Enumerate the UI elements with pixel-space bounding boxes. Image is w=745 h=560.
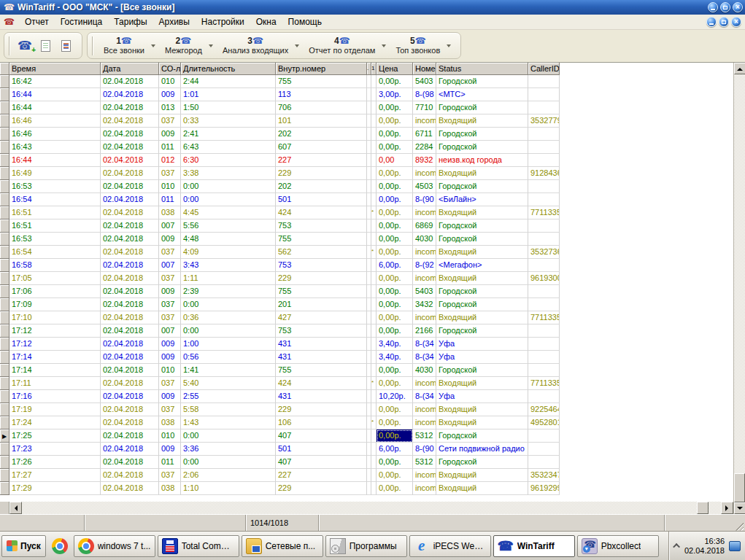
row-selector[interactable] (0, 338, 9, 351)
cell-internal-number[interactable]: 755 (276, 285, 367, 298)
row-selector[interactable] (0, 154, 9, 167)
table-row[interactable]: 16:51 02.04.2018 038 4:45 424 * 0,00р. i… (0, 206, 733, 219)
cell-callerid[interactable] (528, 259, 560, 272)
cell-internal-number[interactable]: 101 (276, 114, 367, 128)
table-row[interactable]: 16:44 02.04.2018 013 1:50 706 0,00р. 771… (0, 101, 733, 114)
dropdown-arrow-button[interactable] (293, 42, 301, 50)
row-selector[interactable] (0, 233, 9, 246)
row-selector[interactable] (0, 443, 9, 456)
cell-internal-number[interactable]: 407 (276, 456, 367, 469)
cell-price[interactable]: 0,00р. (377, 272, 413, 285)
cell-co-line[interactable]: 037 (159, 272, 181, 285)
cell-status[interactable]: Городской (436, 101, 528, 114)
cell-duration[interactable]: 5:58 (181, 403, 276, 416)
cell-internal-number[interactable]: 755 (276, 364, 367, 377)
header-price[interactable]: Цена (377, 63, 413, 75)
cell-co-line[interactable]: 012 (159, 154, 181, 167)
cell-status[interactable]: Входящий (436, 482, 528, 495)
cell-status[interactable]: Уфа (436, 338, 528, 351)
cell-co-line[interactable]: 009 (159, 88, 181, 101)
cell-internal-number[interactable]: 753 (276, 219, 367, 233)
cell-duration[interactable]: 0:56 (181, 351, 276, 364)
cell-price[interactable]: 0,00р. (377, 456, 413, 469)
cell-duration[interactable]: 0:00 (181, 429, 276, 443)
cell-price[interactable]: 6,00р. (377, 259, 413, 272)
cell-duration[interactable]: 0:00 (181, 298, 276, 311)
cell-status[interactable]: Сети подвижной радио (436, 443, 528, 456)
cell-co-line[interactable]: 007 (159, 324, 181, 338)
cell-internal-number[interactable]: 755 (276, 75, 367, 88)
cell-date[interactable]: 02.04.2018 (101, 456, 159, 469)
cell-date[interactable]: 02.04.2018 (101, 403, 159, 416)
cell-status[interactable]: Входящий (436, 246, 528, 259)
row-selector[interactable] (0, 351, 9, 364)
table-row[interactable]: 17:14 02.04.2018 010 1:41 755 0,00р. 403… (0, 364, 733, 377)
row-selector[interactable] (0, 101, 9, 114)
cell-duration[interactable]: 0:00 (181, 193, 276, 206)
row-selector[interactable] (0, 482, 9, 495)
cell-status[interactable]: Городской (436, 219, 528, 233)
row-selector[interactable] (0, 416, 9, 429)
cell-internal-number[interactable]: 755 (276, 233, 367, 246)
cell-duration[interactable]: 5:40 (181, 377, 276, 390)
cell-number[interactable]: 2284 (413, 141, 436, 154)
row-selector[interactable] (0, 141, 9, 154)
cell-callerid[interactable]: 4952801 (528, 416, 560, 429)
cell-number[interactable]: incom (413, 272, 436, 285)
cell-number[interactable]: 4030 (413, 233, 436, 246)
report-button[interactable]: 1☎ Все звонки (99, 36, 149, 55)
row-selector[interactable] (0, 128, 9, 141)
new-document-button[interactable] (36, 36, 55, 55)
cell-duration[interactable]: 2:06 (181, 469, 276, 482)
cell-time[interactable]: 17:14 (9, 364, 101, 377)
cell-co-line[interactable]: 037 (159, 114, 181, 128)
cell-status[interactable]: Городской (436, 429, 528, 443)
header-status[interactable]: Status (436, 63, 528, 75)
cell-co-line[interactable]: 009 (159, 128, 181, 141)
cell-co-line[interactable]: 010 (159, 364, 181, 377)
vertical-scroll-thumb[interactable] (734, 473, 745, 502)
cell-co-line[interactable]: 009 (159, 338, 181, 351)
cell-callerid[interactable] (528, 88, 560, 101)
horizontal-scrollbar[interactable] (0, 502, 733, 514)
cell-callerid[interactable]: 3532736 (528, 246, 560, 259)
table-row[interactable]: 16:54 02.04.2018 037 4:09 562 * 0,00р. i… (0, 246, 733, 259)
table-row[interactable]: 17:16 02.04.2018 009 2:55 431 10,20р. 8-… (0, 390, 733, 403)
row-selector[interactable] (0, 167, 9, 180)
cell-date[interactable]: 02.04.2018 (101, 338, 159, 351)
dropdown-arrow-button[interactable] (206, 42, 215, 50)
cell-time[interactable]: 16:54 (9, 193, 101, 206)
row-selector[interactable] (0, 403, 9, 416)
cell-status[interactable]: Городской (436, 233, 528, 246)
cell-price[interactable]: 0,00р. (377, 403, 413, 416)
table-row[interactable]: 16:46 02.04.2018 009 2:41 202 0,00р. 671… (0, 128, 733, 141)
cell-callerid[interactable] (528, 75, 560, 88)
cell-time[interactable]: 16:46 (9, 114, 101, 128)
cell-status[interactable]: Входящий (436, 114, 528, 128)
dropdown-arrow-button[interactable] (149, 42, 158, 50)
cell-price[interactable]: 3,40р. (377, 338, 413, 351)
cell-date[interactable]: 02.04.2018 (101, 272, 159, 285)
taskbar-button[interactable]: windows 7 t... (74, 535, 155, 557)
cell-status[interactable]: Входящий (436, 206, 528, 219)
cell-number[interactable]: 5312 (413, 456, 436, 469)
connect-button[interactable]: ☎ (15, 36, 34, 55)
cell-number[interactable]: 8-(98 (413, 88, 436, 101)
table-row[interactable]: 17:19 02.04.2018 037 5:58 229 0,00р. inc… (0, 403, 733, 416)
cell-co-line[interactable]: 009 (159, 443, 181, 456)
cell-status[interactable]: <Мегафон> (436, 259, 528, 272)
table-row[interactable]: 16:46 02.04.2018 037 0:33 101 0,00р. inc… (0, 114, 733, 128)
menu-item[interactable]: Помощь (282, 15, 328, 28)
cell-co-line[interactable]: 009 (159, 351, 181, 364)
cell-price[interactable]: 0,00р. (377, 114, 413, 128)
table-row[interactable]: 17:12 02.04.2018 007 0:00 753 0,00р. 216… (0, 324, 733, 338)
taskbar-button[interactable]: iPECS Web ... (409, 535, 491, 557)
cell-number[interactable]: 8-(92 (413, 259, 436, 272)
report-button[interactable]: 2☎ Межгород (161, 36, 206, 55)
cell-date[interactable]: 02.04.2018 (101, 193, 159, 206)
cell-number[interactable]: incom (413, 114, 436, 128)
cell-status[interactable]: Городской (436, 298, 528, 311)
menu-item[interactable]: Окна (250, 15, 282, 28)
cell-date[interactable]: 02.04.2018 (101, 311, 159, 324)
cell-internal-number[interactable]: 431 (276, 338, 367, 351)
